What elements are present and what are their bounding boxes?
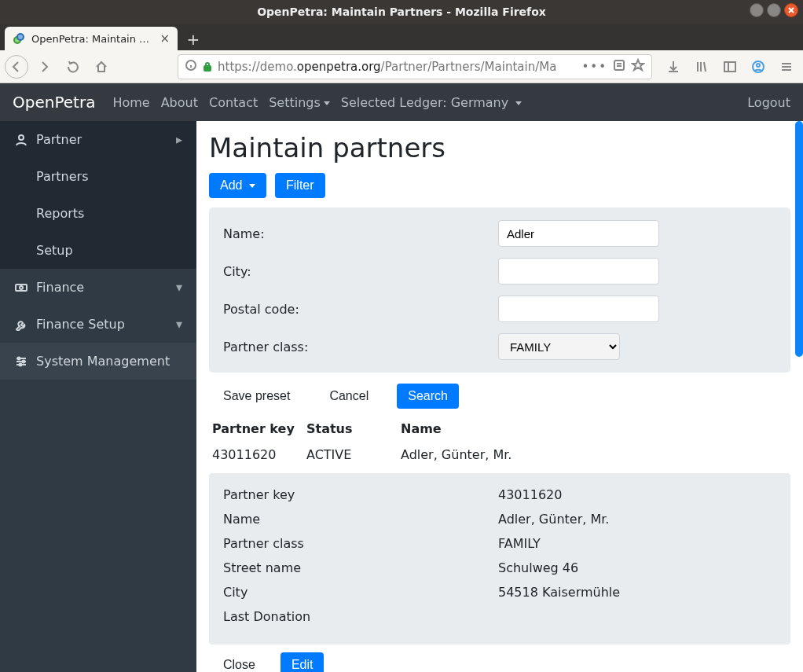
- bookmark-star-icon[interactable]: [631, 58, 645, 75]
- detail-label: City: [223, 585, 498, 600]
- page-actions-icon[interactable]: •••: [581, 60, 607, 74]
- col-status: Status: [303, 417, 398, 441]
- sidebar-toggle-icon[interactable]: [718, 55, 742, 79]
- sidebar-item-system-management[interactable]: System Management: [0, 343, 196, 380]
- nav-logout[interactable]: Logout: [747, 95, 790, 110]
- nav-reload-button[interactable]: [61, 55, 85, 79]
- sidebar-item-label: Setup: [36, 243, 73, 258]
- filter-name-label: Name:: [223, 226, 498, 241]
- cell-name: Adler, Günter, Mr.: [398, 441, 790, 468]
- partner-detail-panel: Partner key43011620 NameAdler, Günter, M…: [209, 473, 790, 644]
- nav-settings[interactable]: Settings: [269, 95, 330, 110]
- nav-home-button[interactable]: [90, 55, 113, 79]
- tab-close-icon[interactable]: ×: [160, 31, 170, 46]
- col-name: Name: [398, 417, 790, 441]
- sidebar-item-label: Partners: [36, 169, 88, 184]
- filter-postal-label: Postal code:: [223, 302, 498, 317]
- account-icon[interactable]: [746, 55, 770, 79]
- svg-point-28: [20, 286, 23, 289]
- filter-panel: Name: City: Postal code: Partner class: …: [209, 207, 790, 373]
- sidebar-item-label: System Management: [36, 354, 170, 369]
- nav-home[interactable]: Home: [112, 95, 149, 110]
- sidebar-item-partners[interactable]: Partners: [0, 158, 196, 195]
- svg-rect-19: [724, 62, 735, 72]
- url-text: https://demo.openpetra.org/Partner/Partn…: [218, 60, 577, 74]
- scrollbar-thumb[interactable]: [795, 121, 803, 357]
- detail-value: 43011620: [498, 487, 776, 502]
- svg-marker-13: [632, 60, 644, 70]
- chevron-down-icon: [324, 101, 330, 105]
- detail-value: [498, 609, 776, 624]
- menu-icon[interactable]: [775, 55, 798, 79]
- detail-value: Schulweg 46: [498, 560, 776, 575]
- nav-contact[interactable]: Contact: [209, 95, 258, 110]
- filter-city-input[interactable]: [498, 258, 659, 285]
- detail-value: Adler, Günter, Mr.: [498, 512, 776, 527]
- filter-class-label: Partner class:: [223, 340, 498, 354]
- results-table: Partner key Status Name 43011620 ACTIVE …: [209, 417, 790, 672]
- app-navbar: OpenPetra Home About Contact Settings Se…: [0, 83, 803, 121]
- filter-class-select[interactable]: FAMILY: [498, 333, 620, 360]
- detail-close-button[interactable]: Close: [212, 652, 266, 672]
- filter-name-input[interactable]: [498, 220, 659, 247]
- os-window-title: OpenPetra: Maintain Partners - Mozilla F…: [257, 6, 546, 18]
- detail-label: Partner key: [223, 487, 498, 502]
- cell-key: 43011620: [209, 441, 303, 468]
- sidebar-item-finance[interactable]: Finance ▾: [0, 269, 196, 306]
- filter-button[interactable]: Filter: [275, 173, 325, 198]
- table-header-row: Partner key Status Name: [209, 417, 790, 441]
- downloads-icon[interactable]: [662, 55, 685, 79]
- chevron-right-icon: ▸: [176, 132, 182, 147]
- site-info-icon[interactable]: [185, 59, 197, 75]
- reader-mode-icon[interactable]: [612, 58, 626, 75]
- browser-tab[interactable]: OpenPetra: Maintain Par ×: [5, 27, 178, 50]
- url-bar[interactable]: https://demo.openpetra.org/Partner/Partn…: [178, 54, 652, 79]
- sidebar-item-finance-setup[interactable]: Finance Setup ▾: [0, 306, 196, 343]
- new-tab-button[interactable]: +: [182, 28, 204, 50]
- col-partner-key: Partner key: [209, 417, 303, 441]
- svg-point-26: [19, 135, 24, 140]
- add-button[interactable]: Add: [209, 173, 266, 198]
- window-maximize-button[interactable]: [767, 3, 781, 17]
- money-icon: [14, 281, 28, 295]
- detail-value: 54518 Kaisermühle: [498, 585, 776, 600]
- nav-forward-button[interactable]: [33, 55, 57, 79]
- window-close-button[interactable]: [784, 3, 798, 17]
- app-root: OpenPetra Home About Contact Settings Se…: [0, 83, 803, 672]
- sidebar: Partner ▸ Partners Reports Setup Finance…: [0, 121, 196, 672]
- os-window-titlebar: OpenPetra: Maintain Partners - Mozilla F…: [0, 0, 803, 24]
- chevron-down-icon: [249, 184, 255, 188]
- detail-label: Street name: [223, 560, 498, 575]
- sidebar-item-label: Reports: [36, 206, 84, 221]
- save-preset-button[interactable]: Save preset: [212, 384, 301, 409]
- cancel-button[interactable]: Cancel: [318, 384, 380, 409]
- svg-point-5: [17, 34, 24, 40]
- svg-rect-1: [772, 8, 776, 13]
- detail-label: Last Donation: [223, 609, 498, 624]
- sidebar-item-reports[interactable]: Reports: [0, 195, 196, 232]
- detail-label: Name: [223, 512, 498, 527]
- library-icon[interactable]: [690, 55, 713, 79]
- table-row[interactable]: 43011620 ACTIVE Adler, Günter, Mr.: [209, 441, 790, 468]
- search-button[interactable]: Search: [397, 384, 459, 409]
- sidebar-item-label: Finance Setup: [36, 317, 125, 332]
- nav-about[interactable]: About: [161, 95, 198, 110]
- detail-edit-button[interactable]: Edit: [280, 652, 324, 672]
- svg-line-18: [704, 62, 706, 72]
- sidebar-item-label: Partner: [36, 132, 82, 147]
- nav-selected-ledger[interactable]: Selected Ledger: Germany: [341, 95, 522, 110]
- favicon-icon: [13, 32, 25, 45]
- sidebar-item-setup[interactable]: Setup: [0, 232, 196, 269]
- user-icon: [14, 133, 28, 147]
- window-minimize-button[interactable]: [750, 3, 764, 17]
- detail-label: Partner class: [223, 536, 498, 551]
- filter-postal-input[interactable]: [498, 296, 659, 322]
- detail-value: FAMILY: [498, 536, 776, 551]
- nav-back-button[interactable]: [5, 55, 28, 79]
- sidebar-item-label: Finance: [36, 280, 84, 295]
- sliders-icon: [14, 354, 28, 369]
- page-title: Maintain partners: [209, 132, 790, 163]
- brand[interactable]: OpenPetra: [13, 93, 95, 112]
- sidebar-item-partner[interactable]: Partner ▸: [0, 121, 196, 158]
- browser-toolbar: https://demo.openpetra.org/Partner/Partn…: [0, 50, 803, 83]
